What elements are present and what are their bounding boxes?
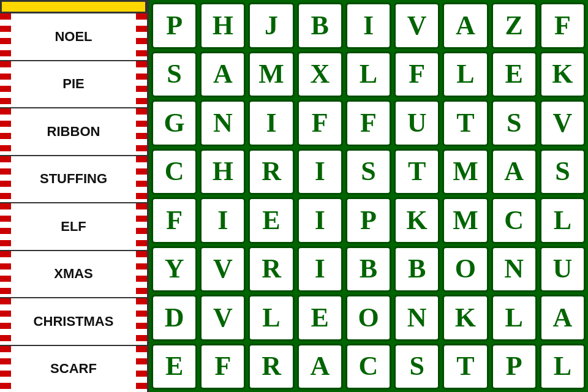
grid-cell[interactable]: U <box>540 246 586 293</box>
grid-cell[interactable]: A <box>200 51 246 98</box>
grid-cell[interactable]: U <box>394 100 440 146</box>
grid-cell[interactable]: I <box>345 2 391 49</box>
grid-cell[interactable]: L <box>540 197 586 244</box>
grid-cell[interactable]: B <box>345 246 391 293</box>
grid-cell[interactable]: T <box>442 100 488 146</box>
grid-cell[interactable]: R <box>248 246 294 293</box>
grid-cell[interactable]: K <box>540 51 586 98</box>
grid-cell[interactable]: S <box>345 149 391 195</box>
grid-cell[interactable]: J <box>248 2 294 49</box>
grid-cell[interactable]: O <box>442 246 488 293</box>
grid-cell[interactable]: S <box>540 149 586 195</box>
grid-cell[interactable]: R <box>248 344 294 390</box>
grid-cell[interactable]: S <box>394 344 440 390</box>
grid-cell[interactable]: F <box>394 51 440 98</box>
word-label: RIBBON <box>47 124 100 140</box>
grid-cell[interactable]: P <box>345 197 391 244</box>
grid-cell[interactable]: T <box>394 149 440 195</box>
stripe-left-decoration <box>0 346 11 393</box>
grid-cell[interactable]: S <box>491 100 537 146</box>
grid-cell[interactable]: B <box>297 2 343 49</box>
grid-cell[interactable]: F <box>151 197 197 244</box>
stripe-right-decoration <box>136 346 147 393</box>
grid-cell[interactable]: N <box>200 100 246 146</box>
word-label: NOEL <box>55 29 92 45</box>
grid-cell[interactable]: F <box>297 100 343 146</box>
word-label: ELF <box>61 219 86 235</box>
grid-cell[interactable]: C <box>345 344 391 390</box>
grid-cell[interactable]: F <box>540 2 586 49</box>
word-scarf[interactable]: SCARF <box>0 346 147 393</box>
word-stuffing[interactable]: STUFFING <box>0 156 147 204</box>
grid-cell[interactable]: D <box>151 295 197 341</box>
word-label: STUFFING <box>40 171 107 187</box>
grid-cell[interactable]: R <box>248 149 294 195</box>
grid-cell[interactable]: P <box>491 344 537 390</box>
grid-cell[interactable]: C <box>491 197 537 244</box>
grid-cell[interactable]: V <box>200 246 246 293</box>
word-noel[interactable]: NOEL <box>0 13 147 61</box>
grid-cell[interactable]: A <box>540 295 586 341</box>
word-label: CHRISTMAS <box>34 314 114 330</box>
letter-grid: PHJBIVAZFSAMXLFLEKGNIFFUTSVCHRISTMASFIEI… <box>149 0 588 392</box>
grid-cell[interactable]: X <box>297 51 343 98</box>
grid-cell[interactable]: V <box>394 2 440 49</box>
stripe-left-decoration <box>0 298 11 345</box>
grid-cell[interactable]: O <box>345 295 391 341</box>
stripe-right-decoration <box>136 203 147 250</box>
stripe-right-decoration <box>136 298 147 345</box>
grid-cell[interactable]: B <box>394 246 440 293</box>
grid-cell[interactable]: N <box>394 295 440 341</box>
grid-cell[interactable]: S <box>151 51 197 98</box>
grid-cell[interactable]: N <box>491 246 537 293</box>
word-label: XMAS <box>54 266 93 282</box>
grid-cell[interactable]: F <box>345 100 391 146</box>
grid-cell[interactable]: L <box>491 295 537 341</box>
grid-cell[interactable]: F <box>200 344 246 390</box>
grid-cell[interactable]: H <box>200 2 246 49</box>
grid-cell[interactable]: E <box>297 295 343 341</box>
grid-cell[interactable]: I <box>200 197 246 244</box>
stripe-right-decoration <box>136 13 147 60</box>
grid-cell[interactable]: A <box>297 344 343 390</box>
stripe-right-decoration <box>136 61 147 108</box>
grid-cell[interactable]: A <box>491 149 537 195</box>
grid-cell[interactable]: E <box>491 51 537 98</box>
grid-cell[interactable]: A <box>442 2 488 49</box>
word-christmas[interactable]: CHRISTMAS <box>0 298 147 346</box>
grid-cell[interactable]: V <box>200 295 246 341</box>
grid-cell[interactable]: Z <box>491 2 537 49</box>
stripe-left-decoration <box>0 203 11 250</box>
grid-cell[interactable]: H <box>200 149 246 195</box>
grid-cell[interactable]: Y <box>151 246 197 293</box>
word-xmas[interactable]: XMAS <box>0 251 147 299</box>
stripe-left-decoration <box>0 108 11 155</box>
word-ribbon[interactable]: RIBBON <box>0 108 147 156</box>
grid-cell[interactable]: T <box>442 344 488 390</box>
word-pie[interactable]: PIE <box>0 61 147 109</box>
grid-cell[interactable]: P <box>151 2 197 49</box>
grid-cell[interactable]: I <box>248 100 294 146</box>
grid-cell[interactable]: M <box>442 149 488 195</box>
word-elf[interactable]: ELF <box>0 203 147 251</box>
grid-cell[interactable]: L <box>540 344 586 390</box>
stripe-left-decoration <box>0 251 11 298</box>
grid-cell[interactable]: E <box>248 197 294 244</box>
stripe-right-decoration <box>136 108 147 155</box>
grid-cell[interactable]: G <box>151 100 197 146</box>
grid-cell[interactable]: M <box>248 51 294 98</box>
grid-cell[interactable]: C <box>151 149 197 195</box>
grid-cell[interactable]: M <box>442 197 488 244</box>
stripe-right-decoration <box>136 251 147 298</box>
grid-cell[interactable]: I <box>297 197 343 244</box>
grid-cell[interactable]: I <box>297 149 343 195</box>
grid-cell[interactable]: E <box>151 344 197 390</box>
grid-cell[interactable]: K <box>442 295 488 341</box>
grid-cell[interactable]: L <box>248 295 294 341</box>
grid-cell[interactable]: L <box>442 51 488 98</box>
grid-cell[interactable]: V <box>540 100 586 146</box>
pause-button[interactable] <box>0 0 147 13</box>
grid-cell[interactable]: I <box>297 246 343 293</box>
grid-cell[interactable]: L <box>345 51 391 98</box>
grid-cell[interactable]: K <box>394 197 440 244</box>
